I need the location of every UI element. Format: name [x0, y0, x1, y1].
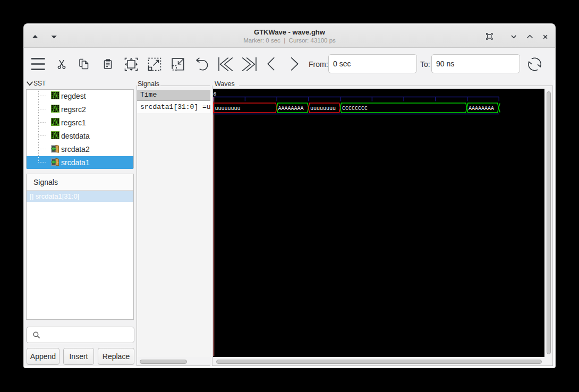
svg-text:AAAAAAAA: AAAAAAAA: [278, 106, 304, 112]
svg-text:AAAAAAAA: AAAAAAAA: [469, 106, 494, 112]
svg-text:uuuuuuuu: uuuuuuuu: [310, 106, 336, 112]
svg-text:CCCCCCCC: CCCCCCCC: [342, 106, 368, 112]
svg-text:uuuuuuuu: uuuuuuuu: [215, 106, 241, 112]
svg-text:0: 0: [214, 91, 217, 97]
